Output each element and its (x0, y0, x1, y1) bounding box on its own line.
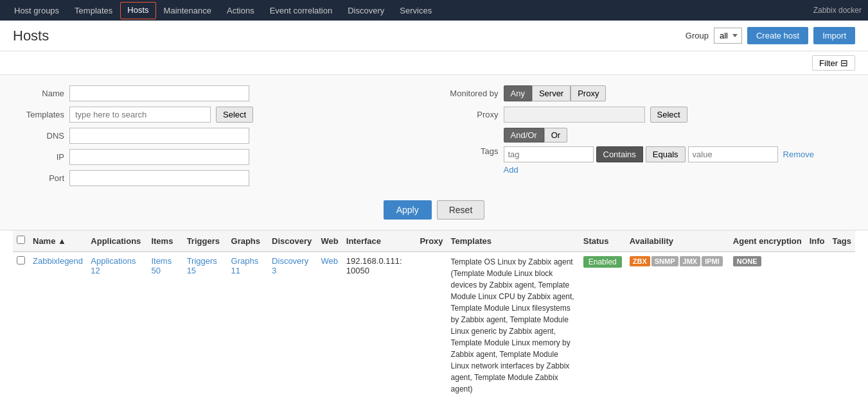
jmx-badge-1: JMX (680, 256, 701, 266)
triggers-link-1[interactable]: Triggers 15 (187, 256, 217, 275)
col-header-interface: Interface (342, 230, 416, 252)
tags-andor-button[interactable]: And/Or (504, 128, 544, 143)
group-select[interactable]: all (714, 28, 742, 44)
ip-label: IP (13, 152, 64, 162)
zbx-badge-1: ZBX (630, 256, 650, 266)
filter-actions: Apply Reset (13, 200, 855, 220)
nav-item-hosts[interactable]: Hosts (120, 2, 155, 19)
header-controls: Group all Create host Import (686, 27, 855, 44)
name-row: Name (13, 85, 421, 101)
web-link-1[interactable]: Web (321, 256, 339, 266)
ipmi-badge-1: IPMI (702, 256, 723, 266)
table-header: Name ▲ Applications Items Triggers Graph… (13, 230, 855, 252)
col-header-status: Status (580, 230, 626, 252)
row-status-1: Enabled (580, 252, 626, 398)
templates-input[interactable] (69, 107, 211, 123)
discovery-link-1[interactable]: Discovery 3 (272, 256, 308, 275)
tags-section: Tags And/Or Or Contains Equals Remove (447, 128, 856, 175)
row-discovery-1: Discovery 3 (268, 252, 317, 398)
col-header-check (13, 230, 29, 252)
dns-input[interactable] (69, 128, 249, 144)
host-name-link-1[interactable]: Zabbixlegend (33, 256, 83, 266)
nav-item-event-correlation[interactable]: Event correlation (262, 2, 341, 19)
apply-button[interactable]: Apply (384, 200, 432, 220)
row-graphs-1: Graphs 11 (227, 252, 269, 398)
tags-or-button[interactable]: Or (544, 128, 567, 143)
table-body: Zabbixlegend Applications 12 Items 50 Tr… (13, 252, 855, 398)
ip-row: IP (13, 149, 421, 165)
tag-remove-link[interactable]: Remove (783, 150, 814, 159)
page-title: Hosts (13, 28, 49, 44)
nav-item-maintenance[interactable]: Maintenance (156, 2, 219, 19)
tag-add-link[interactable]: Add (504, 165, 518, 175)
row-triggers-1: Triggers 15 (183, 252, 227, 398)
table-row: Zabbixlegend Applications 12 Items 50 Tr… (13, 252, 855, 398)
filter-left: Name Templates Select DNS IP Port (13, 85, 421, 191)
monitored-any-button[interactable]: Any (504, 85, 532, 101)
tag-contains-button[interactable]: Contains (596, 146, 643, 162)
monitored-by-row: Monitored by Any Server Proxy (447, 85, 856, 101)
status-badge-1: Enabled (583, 256, 622, 268)
col-header-name[interactable]: Name ▲ (29, 230, 87, 252)
name-label: Name (13, 89, 64, 98)
row-info-1 (806, 252, 829, 398)
nav-links: Host groups Templates Hosts Maintenance … (6, 2, 439, 19)
proxy-select-button[interactable]: Select (650, 107, 687, 123)
create-host-button[interactable]: Create host (747, 27, 808, 44)
col-header-triggers: Triggers (183, 230, 227, 252)
tag-row: Contains Equals Remove (504, 146, 814, 162)
monitored-by-label: Monitored by (447, 89, 499, 98)
page-header: Hosts Group all Create host Import (0, 21, 868, 51)
reset-button[interactable]: Reset (437, 200, 485, 220)
proxy-input[interactable] (504, 107, 645, 123)
nav-item-services[interactable]: Services (392, 2, 439, 19)
filter-toggle-button[interactable]: Filter ⊟ (812, 55, 855, 71)
dns-row: DNS (13, 128, 421, 144)
filter-label: Filter (819, 58, 838, 68)
row-tags-1 (829, 252, 855, 398)
monitored-by-group: Any Server Proxy (504, 85, 607, 101)
nav-item-host-groups[interactable]: Host groups (6, 2, 67, 19)
applications-link-1[interactable]: Applications 12 (91, 256, 136, 275)
row-availability-1: ZBX SNMP JMX IPMI (626, 252, 729, 398)
nav-item-discovery[interactable]: Discovery (340, 2, 392, 19)
col-header-availability: Availability (626, 230, 729, 252)
select-all-checkbox[interactable] (17, 236, 25, 244)
col-header-agent-encryption: Agent encryption (729, 230, 806, 252)
filter-form: Name Templates Select DNS IP Port (0, 75, 868, 230)
row-templates-1: Template OS Linux by Zabbix agent (Templ… (447, 252, 580, 398)
interface-value-1: 192.168.0.111: 10050 (346, 256, 402, 275)
tag-value-input[interactable] (688, 146, 778, 162)
templates-select-button[interactable]: Select (216, 107, 253, 123)
col-header-applications: Applications (87, 230, 147, 252)
filter-bar: Filter ⊟ (0, 51, 868, 75)
row-apps-1: Applications 12 (87, 252, 147, 398)
nav-item-actions[interactable]: Actions (219, 2, 262, 19)
tag-input[interactable] (504, 146, 594, 162)
row-interface-1: 192.168.0.111: 10050 (342, 252, 416, 398)
name-input[interactable] (69, 85, 249, 101)
tag-equals-button[interactable]: Equals (646, 146, 686, 162)
port-input[interactable] (69, 170, 249, 186)
port-label: Port (13, 173, 64, 183)
col-header-tags: Tags (829, 230, 855, 252)
ip-input[interactable] (69, 149, 249, 165)
port-row: Port (13, 170, 421, 186)
monitored-server-button[interactable]: Server (532, 85, 571, 101)
availability-group-1: ZBX SNMP JMX IPMI (630, 256, 725, 266)
hosts-table: Name ▲ Applications Items Triggers Graph… (13, 230, 855, 398)
filter-right: Monitored by Any Server Proxy Proxy Sele… (447, 85, 856, 191)
col-header-web: Web (317, 230, 342, 252)
col-header-graphs: Graphs (227, 230, 269, 252)
import-button[interactable]: Import (813, 27, 855, 44)
items-link-1[interactable]: Items 50 (151, 256, 172, 275)
monitored-proxy-button[interactable]: Proxy (571, 85, 606, 101)
col-header-discovery: Discovery (268, 230, 317, 252)
templates-label: Templates (13, 110, 64, 119)
row-checkbox-1[interactable] (17, 256, 25, 264)
nav-item-templates[interactable]: Templates (67, 2, 120, 19)
tags-toggle: And/Or Or (504, 128, 814, 143)
col-header-templates: Templates (447, 230, 580, 252)
graphs-link-1[interactable]: Graphs 11 (231, 256, 259, 275)
hosts-table-container: Name ▲ Applications Items Triggers Graph… (0, 230, 868, 398)
